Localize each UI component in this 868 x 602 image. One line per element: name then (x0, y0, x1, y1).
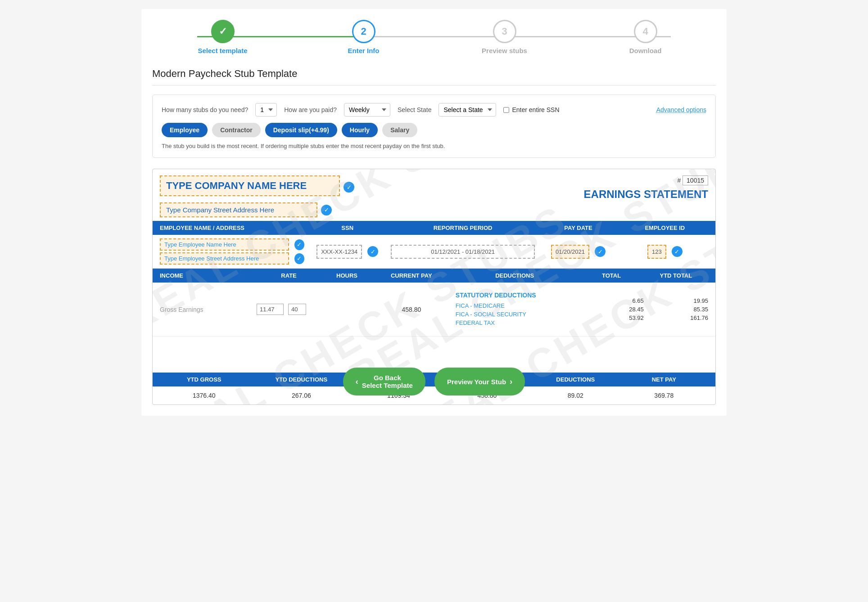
progress-steps: ✓ Select template 2 Enter Info 3 Preview… (152, 20, 716, 54)
emp-name-check-icon: ✓ (294, 239, 304, 250)
payment-label: How are you paid? (284, 106, 337, 113)
hours-input[interactable] (288, 304, 306, 315)
rate-col-header: RATE (257, 272, 321, 279)
company-name-field[interactable]: TYPE COMPANY NAME HERE (160, 175, 340, 196)
contractor-button[interactable]: Contractor (212, 123, 261, 137)
employee-id-header: EMPLOYEE ID (622, 225, 708, 231)
reporting-period-header: REPORTING PERIOD (391, 225, 535, 231)
ssn-header: SSN (304, 225, 391, 231)
company-address-text: Type Company Street Address Here (166, 206, 274, 214)
page-title: Modern Paycheck Stub Template (152, 68, 716, 85)
income-col-header: INCOME (160, 272, 257, 279)
gross-earnings-label: Gross Earnings (160, 306, 257, 313)
go-back-label: Go Back Select Template (362, 374, 413, 389)
fica-ss-total: 28.45 (579, 305, 643, 314)
federal-tax-ytd: 161.76 (644, 314, 708, 322)
ssn-checkbox[interactable] (503, 107, 509, 113)
preview-arrow-icon: › (510, 377, 512, 386)
employee-name-input[interactable]: Type Employee Name Here (160, 238, 289, 251)
pay-date-check-icon: ✓ (595, 246, 606, 257)
nav-buttons: ‹ Go Back Select Template Preview Your S… (153, 368, 715, 395)
deductions-title: STATUTORY DEDUCTIONS (456, 292, 579, 299)
step-select-template[interactable]: ✓ Select template (152, 20, 293, 54)
deposit-slip-button[interactable]: Deposit slip(+4.99) (265, 123, 337, 137)
step-3-circle: 3 (493, 20, 516, 43)
fica-ss-row: FICA - SOCIAL SECURITY (456, 310, 579, 319)
company-address-field[interactable]: Type Company Street Address Here (160, 202, 317, 217)
ssn-field[interactable]: XXX-XX-1234 (316, 245, 362, 259)
employee-id-field[interactable]: 123 (647, 245, 666, 259)
deductions-col-header: DEDUCTIONS (450, 272, 579, 279)
stub-header: TYPE COMPANY NAME HERE ✓ Type Company St… (153, 169, 715, 221)
ssn-label: Enter entire SSN (512, 106, 559, 113)
employee-name-fields: Type Employee Name Here ✓ Type Employee … (160, 238, 304, 265)
page-container: ✓ Select template 2 Enter Info 3 Preview… (141, 9, 727, 416)
pay-date-field[interactable]: 01/20/2021 (551, 245, 589, 259)
step-2-circle: 2 (352, 20, 375, 43)
current-pay-col-header: CURRENT PAY (373, 272, 450, 279)
options-panel: How many stubs do you need? 123 How are … (152, 94, 716, 158)
go-back-button[interactable]: ‹ Go Back Select Template (343, 368, 425, 395)
step-3-label: Preview stubs (482, 47, 527, 54)
ssn-check-icon: ✓ (367, 246, 378, 257)
fica-medicare-total: 6.65 (579, 297, 643, 305)
step-4-label: Download (629, 47, 662, 54)
deductions-totals: 6.65 28.45 53.92 (579, 297, 643, 322)
rate-hours-fields (257, 304, 321, 315)
notice-text: The stub you build is the most recent. I… (162, 143, 706, 149)
period-field[interactable]: 01/12/2021 - 01/18/2021 (391, 245, 535, 259)
progress-bar: ✓ Select template 2 Enter Info 3 Preview… (152, 20, 716, 54)
employee-header-row: EMPLOYEE NAME / ADDRESS SSN REPORTING PE… (153, 221, 715, 235)
hours-col-header: HOURS (321, 272, 373, 279)
current-pay-value: 458.80 (373, 306, 450, 313)
step-2-label: Enter Info (348, 47, 380, 54)
rate-input[interactable] (257, 304, 284, 315)
deductions-ytd: 19.95 85.35 161.76 (644, 297, 708, 322)
salary-button[interactable]: Salary (382, 123, 417, 137)
preview-stub-button[interactable]: Preview Your Stub › (434, 368, 525, 395)
payment-select[interactable]: WeeklyBi-WeeklyMonthly (344, 103, 390, 117)
employee-address-input[interactable]: Type Employee Street Address Here (160, 252, 289, 265)
income-header-row: INCOME RATE HOURS CURRENT PAY DEDUCTIONS… (153, 269, 715, 283)
state-select[interactable]: Select a State (439, 103, 496, 117)
stub-number[interactable]: 10015 (683, 175, 708, 185)
step-1-circle: ✓ (211, 20, 235, 43)
deductions-col: STATUTORY DEDUCTIONS FICA - MEDICARE FIC… (450, 292, 579, 327)
income-data-row: Gross Earnings 458.80 STATUTORY DEDUCTIO… (153, 283, 715, 337)
emp-id-check-icon: ✓ (672, 246, 683, 257)
options-row2: Employee Contractor Deposit slip(+4.99) … (162, 123, 706, 137)
fica-medicare-label: FICA - MEDICARE (456, 302, 505, 309)
stub-container: REAL CHECK STUBS REAL CHECK STUBS REAL C… (152, 169, 716, 405)
options-row1: How many stubs do you need? 123 How are … (162, 103, 706, 117)
stubs-select[interactable]: 123 (255, 103, 277, 117)
preview-stub-label: Preview Your Stub (447, 378, 506, 386)
ytd-total-col-header: YTD TOTAL (644, 272, 708, 279)
advanced-options-link[interactable]: Advanced options (656, 106, 706, 113)
pay-date-header: PAY DATE (535, 225, 621, 231)
total-col-header: TOTAL (579, 272, 643, 279)
step-1-label: Select template (198, 47, 247, 54)
employee-data-row: Type Employee Name Here ✓ Type Employee … (153, 235, 715, 269)
company-info: TYPE COMPANY NAME HERE ✓ Type Company St… (160, 175, 584, 217)
company-addr-check-icon: ✓ (321, 205, 332, 216)
fica-ss-ytd: 85.35 (644, 305, 708, 314)
federal-tax-row: FEDERAL TAX (456, 319, 579, 327)
company-name-check-icon: ✓ (344, 182, 354, 193)
fica-medicare-row: FICA - MEDICARE (456, 301, 579, 310)
step-enter-info[interactable]: 2 Enter Info (293, 20, 434, 54)
company-name-text: TYPE COMPANY NAME HERE (166, 180, 307, 191)
employee-button[interactable]: Employee (162, 123, 208, 137)
stubs-label: How many stubs do you need? (162, 106, 248, 113)
hourly-button[interactable]: Hourly (342, 123, 378, 137)
emp-addr-check-icon: ✓ (294, 253, 304, 264)
employee-name-header: EMPLOYEE NAME / ADDRESS (160, 225, 304, 231)
step-preview-stubs[interactable]: 3 Preview stubs (434, 20, 575, 54)
federal-tax-total: 53.92 (579, 314, 643, 322)
ssn-checkbox-label[interactable]: Enter entire SSN (503, 106, 559, 113)
step-download[interactable]: 4 Download (575, 20, 716, 54)
notice-label: The stub you build is the most recent. I… (162, 143, 445, 149)
stub-right: # 10015 EARNINGS STATEMENT (584, 175, 708, 201)
step-4-circle: 4 (634, 20, 657, 43)
federal-tax-label: FEDERAL TAX (456, 319, 495, 326)
fica-medicare-ytd: 19.95 (644, 297, 708, 305)
